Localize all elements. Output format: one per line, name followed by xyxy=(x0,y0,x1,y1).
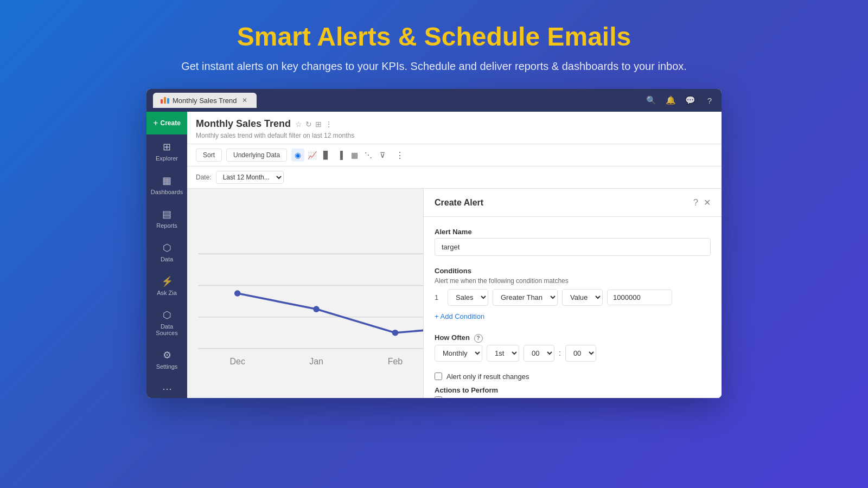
alert-on-change-label: Alert only if result changes xyxy=(446,373,529,381)
report-title-row: Monthly Sales Trend ☆ ↻ ⊞ ⋮ xyxy=(196,118,713,130)
sidebar-item-settings[interactable]: ⚙ Settings xyxy=(146,343,187,376)
sidebar: + Create ⊞ Explorer ▦ Dashboards ▤ Repor… xyxy=(146,112,187,398)
hero-section: Smart Alerts & Schedule Emails Get insta… xyxy=(170,0,698,89)
day-select[interactable]: 1st xyxy=(487,345,519,362)
conditions-group: Conditions Alert me when the following c… xyxy=(435,267,711,323)
sidebar-label-data-sources: Data Sources xyxy=(151,323,183,336)
add-condition-button[interactable]: + Add Condition xyxy=(435,310,484,323)
modal-header-actions: ? ✕ xyxy=(693,197,711,208)
alert-on-change-item: Alert only if result changes xyxy=(435,373,711,381)
action-email: Email - Edit xyxy=(435,396,711,399)
condition-number: 1 xyxy=(435,293,443,301)
alert-on-change-checkbox[interactable] xyxy=(435,373,442,380)
sidebar-label-ask-zia: Ask Zia xyxy=(157,290,177,296)
svg-text:Dec: Dec xyxy=(229,357,245,366)
more-icon: ⋯ xyxy=(162,383,172,395)
data-icon: ⬡ xyxy=(163,242,171,254)
modal-header: Create Alert ? ✕ xyxy=(424,189,722,217)
sidebar-item-reports[interactable]: ▤ Reports xyxy=(146,202,187,235)
explorer-icon: ⊞ xyxy=(163,141,171,153)
sidebar-item-ask-zia[interactable]: ⚡ Ask Zia xyxy=(146,269,187,303)
condition-operator-select[interactable]: Greater Than xyxy=(493,289,558,306)
condition-threshold-input[interactable] xyxy=(607,290,672,305)
sidebar-item-data-sources[interactable]: ⬡ Data Sources xyxy=(146,303,187,343)
refresh-icon[interactable]: ↻ xyxy=(305,120,312,129)
how-often-row: Monthly 1st 00 : xyxy=(435,345,711,362)
bell-icon[interactable]: 🔔 xyxy=(665,95,676,106)
how-often-label: How Often ? xyxy=(435,333,711,343)
main-content: Monthly Sales Trend ☆ ↻ ⊞ ⋮ Monthly sale… xyxy=(187,112,722,398)
create-alert-modal: Create Alert ? ✕ Alert Name xyxy=(423,189,722,398)
filter-row: Date: Last 12 Month... xyxy=(187,166,722,189)
sidebar-item-more[interactable]: ⋯ More xyxy=(146,376,187,398)
report-header-icons: ☆ ↻ ⊞ ⋮ xyxy=(295,120,333,129)
sidebar-item-dashboards[interactable]: ▦ Dashboards xyxy=(146,168,187,202)
dashboards-icon: ▦ xyxy=(162,175,171,187)
pie-chart-icon[interactable]: ◉ xyxy=(291,149,304,162)
ask-zia-icon: ⚡ xyxy=(161,275,173,287)
settings-icon: ⚙ xyxy=(163,349,171,361)
condition-type-select[interactable]: Value xyxy=(562,289,603,306)
help-icon[interactable]: ? xyxy=(704,95,715,106)
chart-area: Dec Jan Feb Mar Apr May Jun Create Alert… xyxy=(187,189,722,398)
line-chart-icon[interactable]: 📈 xyxy=(305,149,318,162)
sidebar-label-settings: Settings xyxy=(156,363,178,370)
sidebar-label-more: More xyxy=(160,397,174,398)
grouped-bar-icon[interactable]: ▐ xyxy=(334,149,347,162)
svg-text:Feb: Feb xyxy=(388,357,403,366)
modal-body: Alert Name Conditions Alert me when the … xyxy=(424,217,722,398)
search-icon[interactable]: 🔍 xyxy=(646,95,656,106)
frequency-select[interactable]: Monthly xyxy=(435,345,482,362)
modal-close-icon[interactable]: ✕ xyxy=(704,197,711,208)
hero-title: Smart Alerts & Schedule Emails xyxy=(181,22,687,52)
report-subtitle: Monthly sales trend with default filter … xyxy=(196,132,713,139)
hour-select[interactable]: 00 xyxy=(524,345,554,362)
create-button[interactable]: + Create xyxy=(146,112,187,134)
more-options-button[interactable]: ⋮ xyxy=(393,149,406,162)
export-icon[interactable]: ⊞ xyxy=(315,120,322,129)
app-body: + Create ⊞ Explorer ▦ Dashboards ▤ Repor… xyxy=(146,112,722,398)
star-icon[interactable]: ☆ xyxy=(295,120,302,129)
report-title: Monthly Sales Trend xyxy=(196,118,291,130)
tab-bar: Monthly Sales Trend ✕ 🔍 🔔 💬 ? xyxy=(146,89,722,112)
create-label: Create xyxy=(160,119,180,127)
alert-name-input[interactable] xyxy=(435,238,711,256)
sort-button[interactable]: Sort xyxy=(196,149,222,162)
toolbar: Sort Underlying Data ◉ 📈 ▊ ▐ ▦ ⋱ ⊽ ⋮ xyxy=(187,144,722,166)
modal-help-icon[interactable]: ? xyxy=(693,198,698,208)
date-filter-label: Date: xyxy=(196,174,212,181)
svg-point-5 xyxy=(313,306,320,312)
alert-name-label: Alert Name xyxy=(435,228,711,236)
scatter-icon[interactable]: ⋱ xyxy=(362,149,375,162)
svg-point-4 xyxy=(234,290,241,297)
tab-close-button[interactable]: ✕ xyxy=(240,96,249,105)
minute-select[interactable]: 00 xyxy=(565,345,596,362)
svg-text:Jan: Jan xyxy=(309,357,323,366)
chart-tab-icon xyxy=(161,97,169,104)
data-sources-icon: ⬡ xyxy=(163,309,171,321)
date-filter-select[interactable]: Last 12 Month... xyxy=(216,171,284,184)
tab-bar-actions: 🔍 🔔 💬 ? xyxy=(646,95,715,106)
stacked-bar-icon[interactable]: ▦ xyxy=(348,149,361,162)
email-edit-link[interactable]: Edit xyxy=(473,396,484,399)
svg-point-6 xyxy=(392,330,399,336)
alert-name-group: Alert Name xyxy=(435,228,711,256)
funnel-icon[interactable]: ⊽ xyxy=(376,149,389,162)
underlying-data-button[interactable]: Underlying Data xyxy=(226,149,287,162)
options-icon[interactable]: ⋮ xyxy=(325,120,333,129)
email-checkbox[interactable] xyxy=(435,396,442,398)
sidebar-label-reports: Reports xyxy=(156,222,177,229)
bar-chart-icon[interactable]: ▊ xyxy=(320,149,333,162)
hero-subtitle: Get instant alerts on key changes to you… xyxy=(181,60,687,73)
condition-field-select[interactable]: Sales xyxy=(448,289,488,306)
conditions-label: Conditions xyxy=(435,267,711,275)
how-often-help-icon[interactable]: ? xyxy=(474,334,483,343)
sidebar-label-data: Data xyxy=(161,256,173,262)
chat-icon[interactable]: 💬 xyxy=(685,95,695,106)
sidebar-item-data[interactable]: ⬡ Data xyxy=(146,235,187,269)
actions-label: Actions to Perform xyxy=(435,386,711,394)
modal-title: Create Alert xyxy=(435,198,483,208)
sidebar-item-explorer[interactable]: ⊞ Explorer xyxy=(146,134,187,168)
tab-monthly-sales[interactable]: Monthly Sales Trend ✕ xyxy=(153,93,257,108)
conditions-sublabel: Alert me when the following condition ma… xyxy=(435,277,711,285)
